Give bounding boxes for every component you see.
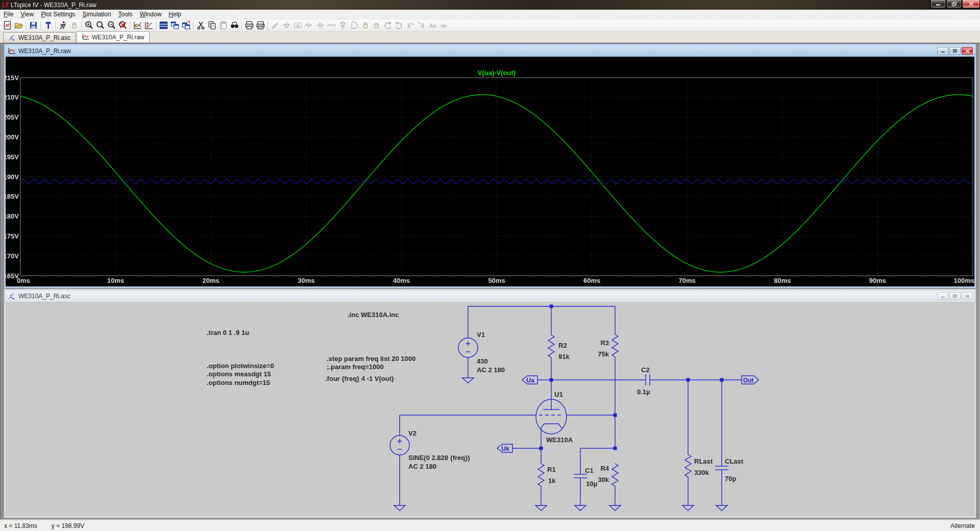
window-titlebar: LT LTspice IV - WE310A_P_Ri.raw xyxy=(0,0,980,10)
window-title: LTspice IV - WE310A_P_Ri.raw xyxy=(11,2,96,9)
zoom-out-button[interactable] xyxy=(106,20,117,31)
toolbar-separator xyxy=(267,21,268,30)
ground-symbol[interactable] xyxy=(682,505,694,511)
print-button[interactable] xyxy=(255,20,266,31)
value-R2: 91k xyxy=(558,353,570,360)
print-preview-button[interactable] xyxy=(243,20,255,31)
value-RLast: 330k xyxy=(694,469,709,476)
close-button[interactable] xyxy=(962,47,973,55)
close-button[interactable] xyxy=(962,292,973,300)
cascade-button[interactable] xyxy=(180,20,191,31)
ground-button[interactable] xyxy=(281,20,292,31)
label-R1: R1 xyxy=(547,466,556,473)
undo-button[interactable] xyxy=(382,20,393,31)
menu-help[interactable]: Help xyxy=(165,10,185,19)
open-button[interactable] xyxy=(13,20,24,31)
label-CLast: CLast xyxy=(725,457,744,465)
wire-button[interactable] xyxy=(270,20,281,31)
cut-button[interactable] xyxy=(195,20,206,31)
ground-symbol[interactable] xyxy=(575,505,586,511)
ground-symbol[interactable] xyxy=(462,378,474,383)
restore-button[interactable] xyxy=(949,47,961,55)
menu-view[interactable]: View xyxy=(17,10,37,19)
save-button[interactable] xyxy=(28,20,39,31)
minimize-button[interactable] xyxy=(930,0,946,8)
drag-button[interactable] xyxy=(371,20,382,31)
capacitor-C2[interactable] xyxy=(646,374,650,385)
find-button[interactable] xyxy=(229,20,240,31)
zoom-area-button[interactable] xyxy=(94,20,106,31)
label-U1: U1 xyxy=(554,391,563,398)
restore-button[interactable] xyxy=(949,292,961,300)
waveform-icon xyxy=(82,34,89,40)
svg-text:60ms: 60ms xyxy=(583,277,600,284)
junction-dot xyxy=(614,447,617,450)
wire[interactable] xyxy=(468,306,615,338)
net-label-button[interactable]: A xyxy=(292,20,303,31)
run-button[interactable] xyxy=(57,20,68,31)
ground-symbol[interactable] xyxy=(535,505,547,511)
paste-button[interactable] xyxy=(217,20,229,31)
menu-file[interactable]: File xyxy=(0,10,17,19)
ground-symbol[interactable] xyxy=(609,505,621,511)
ground-symbol[interactable] xyxy=(394,505,405,511)
new-schematic-button[interactable] xyxy=(2,20,13,31)
rotate-button[interactable]: E xyxy=(404,20,415,31)
capacitor-C1[interactable] xyxy=(574,474,587,478)
text-button[interactable]: Aa xyxy=(427,20,438,31)
schematic-canvas[interactable]: V1430AC 2 180V2SINE(0 2.828 {freq})AC 2 … xyxy=(6,302,974,516)
toolbar-separator xyxy=(40,21,41,30)
svg-text:185V: 185V xyxy=(6,192,19,200)
halt-button[interactable] xyxy=(68,20,80,31)
tab-we310a_p_ri.asc[interactable]: WE310A_P_Ri.asc xyxy=(3,32,76,42)
svg-text:E: E xyxy=(407,22,411,29)
resistor-R2[interactable] xyxy=(548,335,554,357)
diode-button[interactable] xyxy=(337,20,348,31)
tile-vertical-button[interactable] xyxy=(158,20,169,31)
close-button[interactable] xyxy=(962,0,980,8)
resistor-RLast[interactable] xyxy=(685,454,691,477)
junction-dot xyxy=(720,378,724,382)
component-button[interactable] xyxy=(348,20,359,31)
restore-button[interactable] xyxy=(946,0,962,8)
menu-simulation[interactable]: Simulation xyxy=(79,10,115,19)
menu-bar: FileViewPlot SettingsSimulationToolsWind… xyxy=(0,10,980,19)
voltage-source-V1[interactable] xyxy=(458,338,478,357)
value-V1: AC 2 180 xyxy=(477,366,505,374)
resistor-button[interactable] xyxy=(303,20,314,31)
plot-settings-button[interactable] xyxy=(143,20,154,31)
junction-dot xyxy=(550,378,553,382)
zoom-extents-button[interactable] xyxy=(117,20,128,31)
spice-directive-button[interactable]: .op xyxy=(438,20,449,31)
menu-plot-settings[interactable]: Plot Settings xyxy=(37,10,79,19)
move-button[interactable] xyxy=(359,20,371,31)
copy-button[interactable] xyxy=(206,20,217,31)
menu-tools[interactable]: Tools xyxy=(115,10,136,19)
waveform-plot-pane[interactable]: 215V210V205V200V195V190V185V180V175V170V… xyxy=(6,57,974,286)
inductor-button[interactable] xyxy=(326,20,337,31)
redo-button[interactable] xyxy=(393,20,404,31)
minimize-button[interactable] xyxy=(937,47,948,55)
tab-we310a_p_ri.raw[interactable]: WE310A_P_Ri.raw xyxy=(77,31,150,42)
mirror-button[interactable]: E xyxy=(415,20,427,31)
tab-label: WE310A_P_Ri.raw xyxy=(92,34,144,41)
menu-window[interactable]: Window xyxy=(136,10,165,19)
resistor-R1[interactable] xyxy=(538,464,544,486)
resistor-R4[interactable] xyxy=(612,464,618,486)
value-R3: 75k xyxy=(598,350,609,358)
svg-text:205V: 205V xyxy=(6,113,19,121)
capacitor-CLast[interactable] xyxy=(715,466,728,470)
capacitor-button[interactable] xyxy=(314,20,326,31)
voltage-source-V2[interactable] xyxy=(390,436,409,455)
control-panel-button[interactable] xyxy=(42,20,54,31)
schematic-window-titlebar[interactable]: WE310A_P_Ri.asc xyxy=(6,291,974,302)
resistor-R3[interactable] xyxy=(612,334,618,357)
zoom-in-button[interactable] xyxy=(83,20,94,31)
tile-horizontal-button[interactable] xyxy=(169,20,180,31)
label-V2: V2 xyxy=(408,429,416,437)
minimize-button[interactable] xyxy=(937,292,948,300)
autorange-button[interactable] xyxy=(132,20,143,31)
value-CLast: 70p xyxy=(725,475,736,482)
ground-symbol[interactable] xyxy=(716,505,727,511)
waveform-window-titlebar[interactable]: WE310A_P_Ri.raw xyxy=(6,45,974,57)
